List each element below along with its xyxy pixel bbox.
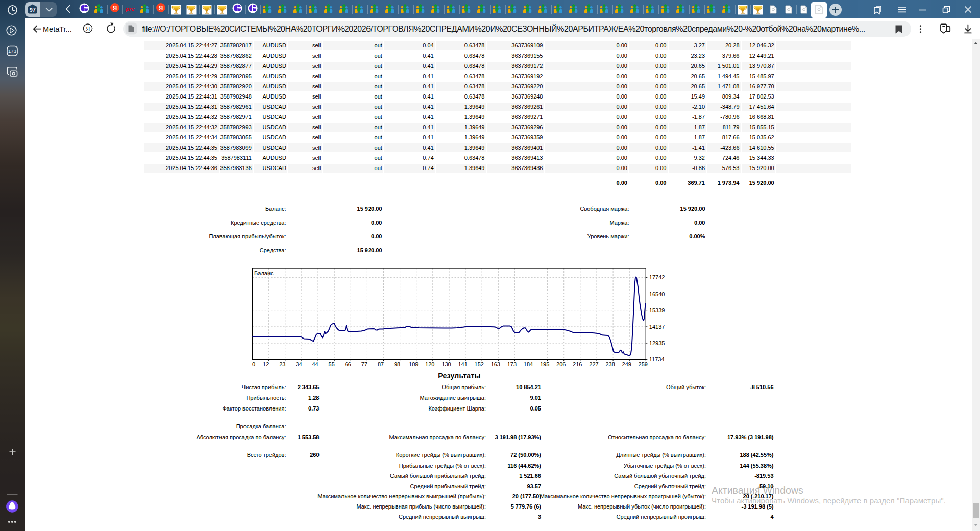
svg-text:34: 34 (296, 361, 302, 367)
svg-text:66: 66 (345, 361, 351, 367)
svg-text:97: 97 (30, 7, 36, 13)
svg-text:216: 216 (573, 361, 582, 367)
svg-text:259: 259 (639, 361, 648, 367)
svg-text:130: 130 (442, 361, 451, 367)
svg-text:120: 120 (425, 361, 434, 367)
svg-text:184: 184 (524, 361, 533, 367)
svg-text:238: 238 (605, 361, 615, 367)
svg-text:23: 23 (279, 361, 285, 367)
svg-text:77: 77 (361, 361, 368, 367)
svg-text:152: 152 (475, 361, 484, 367)
svg-text:163: 163 (491, 361, 500, 367)
svg-text:17742: 17742 (649, 274, 665, 280)
svg-text:14137: 14137 (649, 324, 665, 330)
svg-text:0: 0 (252, 361, 255, 367)
svg-text:Баланс: Баланс (254, 270, 274, 276)
svg-text:195: 195 (540, 361, 549, 367)
svg-text:12935: 12935 (649, 340, 665, 346)
svg-text:16540: 16540 (649, 291, 665, 297)
svg-text:227: 227 (589, 361, 598, 367)
svg-text:12: 12 (263, 361, 269, 367)
svg-text:87: 87 (378, 361, 384, 367)
svg-text:44: 44 (312, 361, 318, 367)
svg-text:11734: 11734 (649, 356, 665, 363)
svg-text:173: 173 (507, 361, 517, 367)
svg-text:98: 98 (394, 361, 400, 367)
svg-text:173: 173 (8, 48, 16, 54)
svg-text:206: 206 (556, 361, 566, 367)
svg-text:55: 55 (329, 361, 335, 367)
svg-text:249: 249 (622, 361, 631, 367)
svg-text:141: 141 (458, 361, 467, 367)
svg-text:15339: 15339 (649, 307, 665, 313)
svg-text:109: 109 (409, 361, 418, 367)
svg-text:Я: Я (86, 26, 90, 32)
